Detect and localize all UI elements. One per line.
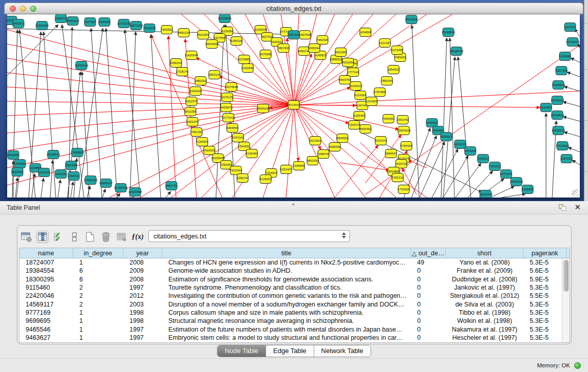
table-cell[interactable]: 0	[411, 284, 446, 291]
graph-node[interactable]: 1854503	[387, 65, 400, 74]
column-header-title[interactable]: title	[162, 248, 411, 258]
graph-edge[interactable]	[450, 38, 454, 198]
graph-node[interactable]: 2803144	[208, 71, 221, 79]
graph-node[interactable]: 17016504	[556, 142, 570, 150]
graph-edge[interactable]	[564, 86, 580, 91]
graph-node[interactable]: 7619344	[230, 166, 242, 175]
graph-node[interactable]: 9245852	[521, 185, 534, 194]
table-cell[interactable]: 5.9E-5	[524, 276, 562, 283]
table-selector-dropdown[interactable]: citations_edges.txt	[148, 230, 350, 242]
table-cell[interactable]: 9699695	[19, 317, 73, 324]
graph-node[interactable]: 13654923	[397, 126, 411, 135]
graph-edge[interactable]	[294, 91, 580, 105]
table-cell[interactable]: 1	[73, 326, 123, 333]
graph-node[interactable]: 1691442	[397, 116, 409, 124]
graph-node[interactable]: 2935114	[477, 155, 490, 163]
graph-edge[interactable]	[335, 145, 378, 198]
table-settings-icon[interactable]	[20, 231, 33, 243]
graph-node[interactable]: 1527607	[84, 18, 96, 27]
close-panel-icon[interactable]: ✕	[574, 203, 581, 212]
graph-edge[interactable]	[563, 117, 580, 121]
graph-node[interactable]: 9612605	[335, 48, 347, 57]
graph-node[interactable]: 9405571	[12, 19, 25, 28]
table-cell[interactable]: Corpus callosum shape and size in male p…	[162, 309, 411, 316]
scrollbar-thumb[interactable]	[563, 260, 569, 292]
graph-node[interactable]: 1777143	[347, 68, 359, 77]
table-cell[interactable]: 5.3E-5	[524, 317, 562, 324]
graph-node[interactable]: 16958107	[99, 179, 113, 188]
table-cell[interactable]: 1997	[123, 334, 162, 341]
graph-node[interactable]: 8938923	[440, 133, 452, 141]
select-rows-icon[interactable]	[68, 231, 80, 243]
graph-edge[interactable]	[151, 34, 161, 198]
graph-edge[interactable]	[7, 105, 294, 116]
graph-node[interactable]: 7915639	[203, 146, 215, 155]
graph-node[interactable]: 7629402	[382, 115, 395, 123]
graph-node[interactable]: 8505492	[359, 125, 372, 134]
graph-node[interactable]: 1615132	[395, 160, 407, 168]
graph-edge[interactable]	[571, 58, 580, 62]
graph-node[interactable]: 9699695	[426, 119, 438, 127]
graph-edge[interactable]	[420, 142, 445, 198]
table-cell[interactable]: 1997	[123, 284, 162, 291]
graph-node[interactable]: 9063845	[226, 124, 238, 133]
graph-edge[interactable]	[294, 87, 351, 105]
graph-edge[interactable]	[502, 194, 526, 198]
table-cell[interactable]: Nakamura et al. (1997)	[446, 326, 524, 333]
table-cell[interactable]: 5.6E-5	[524, 267, 562, 274]
graph-node[interactable]: 16033809	[218, 14, 232, 23]
graph-node[interactable]: 16071355	[129, 21, 143, 30]
table-cell[interactable]: 5.3E-5	[524, 309, 562, 316]
graph-edge[interactable]	[106, 28, 117, 198]
graph-edge[interactable]	[294, 105, 349, 123]
graph-edge[interactable]	[58, 180, 60, 198]
graph-node[interactable]: 8401579	[185, 97, 198, 106]
graph-node[interactable]: 10654112	[510, 178, 524, 186]
graph-node[interactable]: 16782759	[114, 184, 128, 192]
graph-node[interactable]: 8186328	[230, 37, 243, 46]
delete-table-icon[interactable]	[100, 231, 112, 243]
table-cell[interactable]: 2	[73, 292, 123, 299]
table-cell[interactable]: Tibbo et al. (1998)	[446, 309, 524, 316]
show-column-icon[interactable]	[36, 231, 49, 243]
graph-edge[interactable]	[567, 72, 580, 77]
graph-node[interactable]: 1154808	[360, 28, 372, 37]
graph-edge[interactable]	[71, 182, 73, 198]
graph-node[interactable]: 7850343	[381, 77, 393, 85]
graph-node[interactable]: 1167533	[561, 155, 573, 163]
table-cell[interactable]: Genome-wide association studies in ADHD.	[162, 267, 411, 274]
graph-node[interactable]: 7234503	[196, 138, 208, 146]
graph-node[interactable]: 9072479	[375, 137, 387, 145]
table-cell[interactable]: 5.3E-5	[524, 326, 562, 333]
column-header-year[interactable]: year	[123, 248, 162, 258]
graph-node[interactable]: 15218506	[442, 28, 455, 37]
graph-edge[interactable]	[15, 178, 17, 198]
graph-node[interactable]: 6466160	[98, 18, 111, 27]
graph-node[interactable]: 10653257	[66, 17, 80, 26]
column-header-pagerank[interactable]: pagerank	[524, 248, 567, 258]
float-panel-icon[interactable]	[559, 204, 567, 211]
column-header-short[interactable]: short	[446, 248, 524, 258]
tab-node-table[interactable]: Node Table	[217, 345, 266, 357]
table-cell[interactable]: 2003	[123, 301, 162, 308]
graph-edge[interactable]	[7, 73, 294, 105]
graph-edge[interactable]	[7, 105, 294, 185]
table-cell[interactable]: 14569117	[19, 301, 73, 308]
table-cell[interactable]: 0	[411, 267, 446, 274]
create-table-icon[interactable]	[84, 231, 96, 243]
graph-node[interactable]: 1882002	[194, 77, 207, 85]
graph-node[interactable]: 2811059	[185, 107, 197, 116]
table-cell[interactable]: 9465546	[19, 326, 73, 333]
graph-node[interactable]: 9861593	[307, 157, 319, 165]
graph-node[interactable]: 8128253	[259, 175, 272, 184]
graph-node[interactable]: 1350561	[14, 160, 26, 168]
table-cell[interactable]: 5.5E-5	[524, 292, 562, 299]
table-cell[interactable]: Yano et al. (2008)	[446, 259, 524, 266]
table-row[interactable]: 1830029562008Estimation of significance …	[19, 275, 562, 283]
graph-node[interactable]: 18300295	[256, 104, 270, 113]
graph-node[interactable]: 1733426	[398, 185, 410, 194]
graph-node[interactable]: 1214606	[365, 97, 378, 106]
graph-node[interactable]: 2718176	[176, 68, 188, 76]
graph-node[interactable]: 20206576	[47, 150, 60, 159]
graph-node[interactable]: 1145191	[55, 170, 68, 179]
